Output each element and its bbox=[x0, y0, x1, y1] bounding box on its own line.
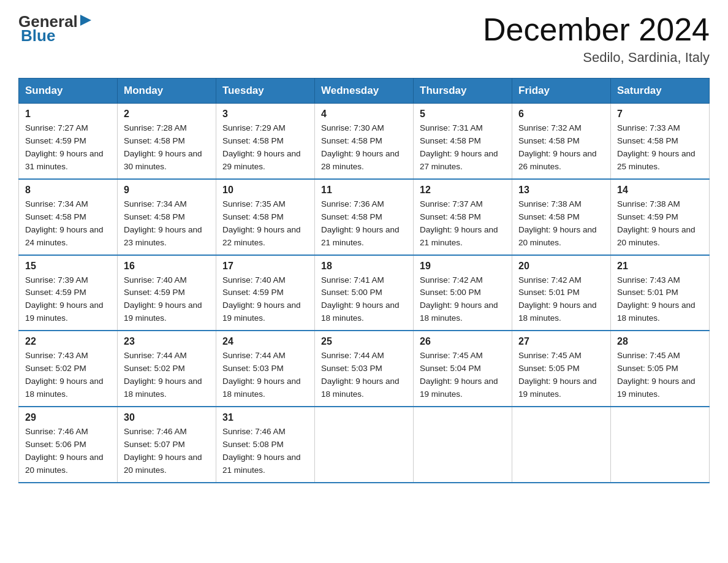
day-info: Sunrise: 7:33 AMSunset: 4:58 PMDaylight:… bbox=[617, 122, 703, 174]
day-cell: 14Sunrise: 7:38 AMSunset: 4:59 PMDayligh… bbox=[611, 179, 710, 255]
day-number: 13 bbox=[518, 185, 604, 196]
day-info: Sunrise: 7:41 AMSunset: 5:00 PMDaylight:… bbox=[321, 274, 407, 326]
day-cell bbox=[611, 407, 710, 483]
day-cell: 17Sunrise: 7:40 AMSunset: 4:59 PMDayligh… bbox=[216, 255, 315, 331]
day-number: 27 bbox=[518, 336, 604, 347]
svg-marker-0 bbox=[80, 15, 91, 26]
day-number: 17 bbox=[222, 261, 308, 272]
day-info: Sunrise: 7:34 AMSunset: 4:58 PMDaylight:… bbox=[25, 198, 111, 250]
day-cell: 3Sunrise: 7:29 AMSunset: 4:58 PMDaylight… bbox=[216, 104, 315, 179]
day-info: Sunrise: 7:43 AMSunset: 5:01 PMDaylight:… bbox=[617, 274, 703, 326]
week-row-5: 29Sunrise: 7:46 AMSunset: 5:06 PMDayligh… bbox=[19, 407, 710, 483]
day-number: 10 bbox=[222, 185, 308, 196]
calendar-body: 1Sunrise: 7:27 AMSunset: 4:59 PMDaylight… bbox=[19, 104, 710, 483]
day-info: Sunrise: 7:39 AMSunset: 4:59 PMDaylight:… bbox=[25, 274, 111, 326]
title-area: December 2024 Sedilo, Sardinia, Italy bbox=[483, 12, 710, 66]
day-number: 9 bbox=[124, 185, 210, 196]
day-cell: 20Sunrise: 7:42 AMSunset: 5:01 PMDayligh… bbox=[512, 255, 611, 331]
day-cell: 2Sunrise: 7:28 AMSunset: 4:58 PMDaylight… bbox=[118, 104, 216, 179]
day-cell: 13Sunrise: 7:38 AMSunset: 4:58 PMDayligh… bbox=[512, 179, 611, 255]
logo-arrow-icon bbox=[79, 12, 93, 31]
day-cell: 24Sunrise: 7:44 AMSunset: 5:03 PMDayligh… bbox=[216, 331, 315, 407]
day-cell: 30Sunrise: 7:46 AMSunset: 5:07 PMDayligh… bbox=[118, 407, 216, 483]
day-cell: 16Sunrise: 7:40 AMSunset: 4:59 PMDayligh… bbox=[118, 255, 216, 331]
day-number: 28 bbox=[617, 336, 703, 347]
day-cell: 7Sunrise: 7:33 AMSunset: 4:58 PMDaylight… bbox=[611, 104, 710, 179]
header-cell-monday: Monday bbox=[118, 79, 216, 104]
day-cell: 27Sunrise: 7:45 AMSunset: 5:05 PMDayligh… bbox=[512, 331, 611, 407]
day-info: Sunrise: 7:38 AMSunset: 4:58 PMDaylight:… bbox=[518, 198, 604, 250]
logo: General Blue bbox=[18, 12, 93, 45]
week-row-4: 22Sunrise: 7:43 AMSunset: 5:02 PMDayligh… bbox=[19, 331, 710, 407]
day-cell: 5Sunrise: 7:31 AMSunset: 4:58 PMDaylight… bbox=[414, 104, 512, 179]
day-cell: 21Sunrise: 7:43 AMSunset: 5:01 PMDayligh… bbox=[611, 255, 710, 331]
day-number: 29 bbox=[25, 412, 111, 423]
header-cell-wednesday: Wednesday bbox=[315, 79, 414, 104]
day-info: Sunrise: 7:44 AMSunset: 5:03 PMDaylight:… bbox=[321, 350, 407, 401]
day-info: Sunrise: 7:27 AMSunset: 4:59 PMDaylight:… bbox=[25, 122, 111, 174]
day-info: Sunrise: 7:44 AMSunset: 5:02 PMDaylight:… bbox=[124, 350, 210, 401]
calendar-table: SundayMondayTuesdayWednesdayThursdayFrid… bbox=[18, 78, 710, 483]
day-number: 14 bbox=[617, 185, 703, 196]
day-cell: 6Sunrise: 7:32 AMSunset: 4:58 PMDaylight… bbox=[512, 104, 611, 179]
day-cell: 4Sunrise: 7:30 AMSunset: 4:58 PMDaylight… bbox=[315, 104, 414, 179]
day-cell: 25Sunrise: 7:44 AMSunset: 5:03 PMDayligh… bbox=[315, 331, 414, 407]
day-info: Sunrise: 7:28 AMSunset: 4:58 PMDaylight:… bbox=[124, 122, 210, 174]
day-info: Sunrise: 7:40 AMSunset: 4:59 PMDaylight:… bbox=[222, 274, 308, 326]
day-cell: 19Sunrise: 7:42 AMSunset: 5:00 PMDayligh… bbox=[414, 255, 512, 331]
day-cell bbox=[414, 407, 512, 483]
day-cell: 23Sunrise: 7:44 AMSunset: 5:02 PMDayligh… bbox=[118, 331, 216, 407]
day-cell: 26Sunrise: 7:45 AMSunset: 5:04 PMDayligh… bbox=[414, 331, 512, 407]
day-number: 11 bbox=[321, 185, 407, 196]
day-info: Sunrise: 7:29 AMSunset: 4:58 PMDaylight:… bbox=[222, 122, 308, 174]
day-info: Sunrise: 7:42 AMSunset: 5:01 PMDaylight:… bbox=[518, 274, 604, 326]
day-number: 15 bbox=[25, 261, 111, 272]
day-info: Sunrise: 7:45 AMSunset: 5:05 PMDaylight:… bbox=[617, 350, 703, 401]
day-info: Sunrise: 7:46 AMSunset: 5:08 PMDaylight:… bbox=[222, 426, 308, 477]
day-cell: 10Sunrise: 7:35 AMSunset: 4:58 PMDayligh… bbox=[216, 179, 315, 255]
header-cell-tuesday: Tuesday bbox=[216, 79, 315, 104]
page-header: General Blue December 2024 Sedilo, Sardi… bbox=[18, 12, 710, 66]
day-info: Sunrise: 7:43 AMSunset: 5:02 PMDaylight:… bbox=[25, 350, 111, 401]
day-info: Sunrise: 7:46 AMSunset: 5:07 PMDaylight:… bbox=[124, 426, 210, 477]
day-info: Sunrise: 7:44 AMSunset: 5:03 PMDaylight:… bbox=[222, 350, 308, 401]
day-number: 1 bbox=[25, 109, 111, 120]
day-number: 30 bbox=[124, 412, 210, 423]
day-info: Sunrise: 7:45 AMSunset: 5:04 PMDaylight:… bbox=[420, 350, 506, 401]
day-number: 2 bbox=[124, 109, 210, 120]
header-row: SundayMondayTuesdayWednesdayThursdayFrid… bbox=[19, 79, 710, 104]
day-info: Sunrise: 7:45 AMSunset: 5:05 PMDaylight:… bbox=[518, 350, 604, 401]
day-cell bbox=[315, 407, 414, 483]
day-info: Sunrise: 7:32 AMSunset: 4:58 PMDaylight:… bbox=[518, 122, 604, 174]
day-cell: 22Sunrise: 7:43 AMSunset: 5:02 PMDayligh… bbox=[19, 331, 118, 407]
day-info: Sunrise: 7:35 AMSunset: 4:58 PMDaylight:… bbox=[222, 198, 308, 250]
day-cell: 15Sunrise: 7:39 AMSunset: 4:59 PMDayligh… bbox=[19, 255, 118, 331]
header-cell-sunday: Sunday bbox=[19, 79, 118, 104]
day-info: Sunrise: 7:30 AMSunset: 4:58 PMDaylight:… bbox=[321, 122, 407, 174]
day-number: 8 bbox=[25, 185, 111, 196]
day-number: 18 bbox=[321, 261, 407, 272]
day-info: Sunrise: 7:34 AMSunset: 4:58 PMDaylight:… bbox=[124, 198, 210, 250]
day-number: 4 bbox=[321, 109, 407, 120]
day-number: 16 bbox=[124, 261, 210, 272]
week-row-3: 15Sunrise: 7:39 AMSunset: 4:59 PMDayligh… bbox=[19, 255, 710, 331]
day-number: 22 bbox=[25, 336, 111, 347]
header-cell-friday: Friday bbox=[512, 79, 611, 104]
day-info: Sunrise: 7:37 AMSunset: 4:58 PMDaylight:… bbox=[420, 198, 506, 250]
day-number: 12 bbox=[420, 185, 506, 196]
day-info: Sunrise: 7:31 AMSunset: 4:58 PMDaylight:… bbox=[420, 122, 506, 174]
day-info: Sunrise: 7:40 AMSunset: 4:59 PMDaylight:… bbox=[124, 274, 210, 326]
day-info: Sunrise: 7:46 AMSunset: 5:06 PMDaylight:… bbox=[25, 426, 111, 477]
day-number: 26 bbox=[420, 336, 506, 347]
day-number: 21 bbox=[617, 261, 703, 272]
day-cell: 31Sunrise: 7:46 AMSunset: 5:08 PMDayligh… bbox=[216, 407, 315, 483]
day-number: 19 bbox=[420, 261, 506, 272]
day-cell: 8Sunrise: 7:34 AMSunset: 4:58 PMDaylight… bbox=[19, 179, 118, 255]
day-cell: 12Sunrise: 7:37 AMSunset: 4:58 PMDayligh… bbox=[414, 179, 512, 255]
month-title: December 2024 bbox=[483, 12, 710, 47]
day-cell: 29Sunrise: 7:46 AMSunset: 5:06 PMDayligh… bbox=[19, 407, 118, 483]
day-cell: 18Sunrise: 7:41 AMSunset: 5:00 PMDayligh… bbox=[315, 255, 414, 331]
logo-blue-text: Blue bbox=[18, 26, 55, 45]
day-number: 31 bbox=[222, 412, 308, 423]
header-cell-thursday: Thursday bbox=[414, 79, 512, 104]
